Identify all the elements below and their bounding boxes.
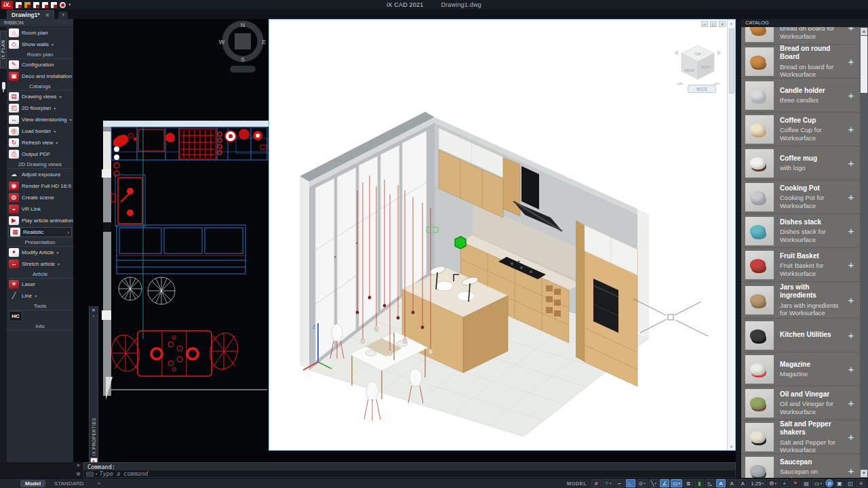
chevron-down-icon[interactable]: ▾ (57, 250, 59, 255)
display-icon[interactable]: ▭▾ (812, 479, 824, 487)
add-item-button[interactable]: + (846, 157, 856, 169)
add-item-button[interactable]: + (846, 329, 856, 341)
properties-panel-collapsed[interactable]: ✕ › iX PROPERTIES A (89, 306, 98, 466)
sidebar-item-configuration[interactable]: ✎Configuration (7, 59, 73, 70)
sidebar-item-drawing-views[interactable]: ▤Drawing views▾ (7, 91, 73, 102)
add-item-button[interactable]: + (846, 123, 856, 135)
sidebar-item-view-dimensioning[interactable]: ↔View dimensioning▾ (7, 114, 73, 125)
object-snap-icon[interactable]: ⊙▾ (637, 479, 648, 487)
fullscreen-icon[interactable]: ◱ (846, 479, 855, 487)
annotation-icon[interactable]: A (738, 479, 747, 487)
annotation-visibility-icon[interactable]: A (716, 479, 726, 487)
scroll-up-icon[interactable]: ▲ (861, 28, 867, 35)
catalog-item-coffee-mug[interactable]: Coffee mugwith logo+ (741, 146, 860, 180)
render-quality-icon[interactable]: ▣ (835, 479, 844, 487)
chevron-down-icon[interactable]: ▾ (70, 117, 72, 122)
add-item-button[interactable]: + (846, 89, 856, 101)
clean-screen-icon[interactable]: ⊘ (825, 479, 833, 487)
layout-tab-model[interactable]: Model (20, 480, 45, 487)
selection-cycling-icon[interactable]: ◺ (705, 479, 715, 487)
add-item-button[interactable]: + (846, 363, 856, 375)
green-grip-marker[interactable] (455, 237, 466, 249)
catalog-item-candle-holder[interactable]: Candle holderthree candles+ (741, 79, 860, 113)
catalog-item-fruit-basket[interactable]: Fruit BasketFruit Basket for Worksurface… (741, 248, 860, 282)
catalog-item-coffee-cup[interactable]: Coffee CupCoffee Cup for Worksurface+ (741, 113, 860, 146)
sidebar-item-render-full-hd-16-9[interactable]: ◉Render Full HD 16:9▾ (7, 180, 73, 192)
close-icon[interactable]: ✕ (77, 463, 81, 468)
chevron-down-icon[interactable]: ▾ (96, 472, 98, 476)
chevron-down-icon[interactable]: ▾ (52, 42, 54, 47)
plot-icon[interactable] (51, 2, 57, 8)
add-item-button[interactable]: + (846, 225, 856, 237)
add-item-button[interactable]: + (846, 259, 856, 270)
sidebar-item-create-scene[interactable]: ◍Create scene (7, 192, 73, 203)
sidebar-item-hc-logo[interactable]: HC (7, 310, 73, 322)
scroll-up-icon[interactable]: ∧ (728, 21, 735, 26)
ortho-icon[interactable]: ∟ (626, 479, 635, 487)
options-icon[interactable] (60, 2, 66, 8)
catalog-item-jars-with-ingredients[interactable]: Jars with ingredientsJars with ingredien… (741, 282, 860, 319)
catalog-item-magazine[interactable]: MagazineMagazine+ (741, 352, 860, 386)
chevron-down-icon[interactable]: ▾ (67, 230, 69, 235)
catalog-item-bread-on-round-board[interactable]: Bread on round BoardBread on board for W… (741, 45, 860, 79)
add-item-button[interactable]: + (846, 397, 856, 409)
scroll-down-icon[interactable]: ▼ (861, 470, 867, 477)
catalog-item-dishes-stack[interactable]: Dishes stackDishes stack for Worksurface… (741, 214, 860, 248)
catalog-item-saucepan[interactable]: SaucepanSaucepan on worktop+ (741, 454, 860, 478)
add-item-button[interactable]: + (846, 294, 856, 306)
catalog-item-oil-and-vinegar[interactable]: Oil and VinegarOil and Vinegar for Works… (741, 386, 860, 420)
viewport-3d[interactable]: Z TOP FRONT RIGHT ▭ ◱ (269, 19, 736, 451)
customize-icon[interactable]: ⚒ (76, 472, 80, 477)
sidebar-item-adjust-exposure[interactable]: ☁Adjust exposure (7, 169, 73, 180)
add-item-button[interactable]: + (846, 465, 856, 476)
chevron-down-icon[interactable]: ▾ (54, 129, 56, 134)
chevron-down-icon[interactable]: ▾ (58, 262, 60, 266)
command-input[interactable]: Type a command (100, 470, 149, 477)
ix-plan-vertical-tab[interactable]: iX PLAN (0, 30, 7, 68)
expand-icon[interactable]: › (93, 313, 94, 319)
scroll-down-icon[interactable]: ∨ (728, 444, 735, 449)
wcs-label[interactable]: WCS (688, 85, 716, 93)
chevron-down-icon[interactable]: ▾ (54, 106, 56, 110)
layout-tab-standard[interactable]: STANDARD (50, 480, 88, 487)
sidebar-item-show-walls[interactable]: ◇Show walls▾ (7, 39, 73, 50)
toolbar-overflow-caret[interactable]: ▾ (68, 2, 71, 7)
sidebar-item-realistic[interactable]: ▦Realistic▾ (8, 227, 72, 237)
scrollbar-thumb[interactable] (861, 36, 867, 93)
catalog-item-kitchen-utilities[interactable]: Kitchen Utilities+ (741, 319, 860, 352)
viewport-scrollbar[interactable]: ∧ ∨ (727, 20, 735, 450)
layout-tab-[interactable]: + (93, 480, 106, 487)
workspace-icon[interactable]: ⚙▾ (767, 479, 778, 487)
floorplan-canvas[interactable]: N W E S (73, 19, 269, 462)
snap-icon[interactable]: ⁘▾ (602, 479, 613, 487)
viewport-close-icon[interactable]: ✕ (719, 21, 726, 27)
pin-icon[interactable] (2, 82, 5, 89)
sidebar-item-play-article-animation[interactable]: ▶Play article animation▾ (7, 215, 73, 226)
render-canvas[interactable]: Z TOP FRONT RIGHT (269, 20, 735, 450)
sidebar-item-stretch-article[interactable]: ↔Stretch article▾ (7, 258, 73, 270)
add-item-button[interactable]: + (846, 56, 856, 67)
chevron-down-icon[interactable]: ▾ (56, 140, 58, 145)
catalog-item-bread-on-board[interactable]: Bread on BoardBread on Board for Worksur… (741, 27, 860, 45)
add-workspace-icon[interactable]: + (780, 479, 789, 487)
add-item-button[interactable]: + (846, 27, 856, 33)
app-logo[interactable]: iX. (1, 1, 13, 9)
catalog-scrollbar[interactable]: ▲ ▼ (860, 27, 868, 478)
autoscale-icon[interactable]: A (727, 479, 736, 487)
save-as-icon[interactable] (42, 2, 48, 8)
sidebar-item-refresh-view[interactable]: ↻Refresh view▾ (7, 137, 73, 148)
new-tab-button[interactable]: + (58, 12, 68, 19)
add-item-button[interactable]: + (846, 431, 856, 443)
new-file-icon[interactable] (16, 2, 22, 8)
isolate-icon[interactable]: ⚑ (791, 479, 800, 487)
catalog-item-salt-and-pepper-shakers[interactable]: Salt and Pepper shakersSalt and Pepper f… (741, 420, 860, 454)
viewport-minimize-icon[interactable]: ▭ (701, 21, 708, 27)
sidebar-item-deco-and-installation[interactable]: ▣Deco and installation (7, 70, 73, 82)
chevron-down-icon[interactable]: ▾ (60, 94, 62, 99)
document-tab[interactable]: Drawing1* ✕ (7, 10, 54, 19)
viewport-restore-icon[interactable]: ◱ (710, 21, 717, 27)
lineweight-icon[interactable]: ≣ (684, 479, 693, 487)
sidebar-item-room-plan[interactable]: ⌂Room plan (7, 27, 73, 39)
close-tab-icon[interactable]: ✕ (45, 12, 50, 18)
catalog-item-cooking-pot[interactable]: Cooking PotCooking Pot for Worksurface+ (741, 180, 860, 214)
